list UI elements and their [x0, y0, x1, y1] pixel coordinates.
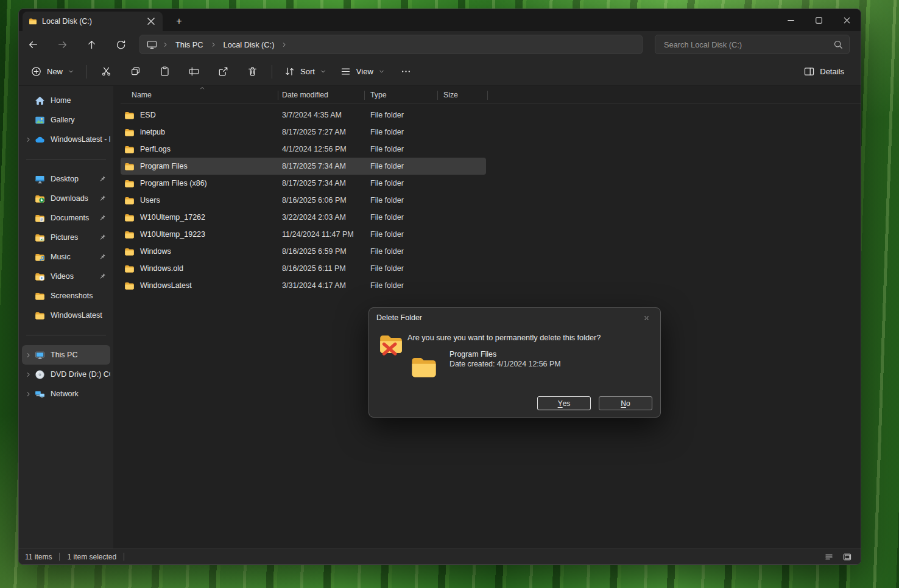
cut-button[interactable] [94, 61, 118, 82]
chevron-spacer [24, 233, 33, 242]
toolbar: New Sort View [19, 58, 861, 86]
sidebar-item-videos[interactable]: Videos [22, 267, 110, 286]
sidebar-item-dvd-drive-d-ccc[interactable]: DVD Drive (D:) CCC [22, 365, 110, 384]
network-icon [35, 389, 45, 399]
file-row-w10ultemp-17262[interactable]: W10Ultemp_172623/22/2024 2:03 AMFile fol… [121, 209, 486, 226]
file-name-cell: Windows.old [124, 260, 183, 277]
maximize-button[interactable] [805, 9, 833, 31]
sidebar-item-documents[interactable]: Documents [22, 208, 110, 228]
titlebar: Local Disk (C:) + [19, 9, 861, 31]
sidebar-item-music[interactable]: Music [22, 247, 110, 267]
file-name: PerfLogs [140, 145, 171, 153]
sidebar-item-network[interactable]: Network [22, 384, 110, 404]
sidebar-item-downloads[interactable]: Downloads [22, 189, 110, 208]
dialog-title: Delete Folder [369, 308, 660, 327]
pictures-icon [35, 233, 45, 243]
window-controls [777, 9, 861, 31]
column-header-date-modified[interactable]: Date modified [282, 91, 328, 99]
refresh-icon [115, 39, 127, 51]
sidebar-item-home[interactable]: Home [22, 91, 110, 110]
column-separator[interactable] [437, 91, 438, 100]
column-separator[interactable] [487, 91, 488, 100]
toolbar-divider [272, 65, 272, 79]
file-date-modified: 4/1/2024 12:56 PM [282, 141, 347, 158]
column-separator[interactable] [364, 91, 365, 100]
breadcrumb-this-pc[interactable]: This PC [173, 39, 206, 51]
status-separator [59, 553, 60, 561]
close-button[interactable] [833, 9, 861, 31]
tab-close-icon[interactable] [144, 15, 158, 28]
file-type: File folder [370, 107, 404, 124]
minimize-button[interactable] [777, 9, 805, 31]
file-type: File folder [370, 243, 404, 260]
file-row-perflogs[interactable]: PerfLogs4/1/2024 12:56 PMFile folder [121, 141, 486, 158]
search-box[interactable] [655, 35, 850, 54]
new-tab-button[interactable]: + [172, 15, 186, 28]
new-button[interactable]: New [24, 61, 81, 82]
dialog-no-button[interactable]: No [599, 396, 652, 410]
file-type: File folder [370, 158, 404, 175]
chevron-right-icon [162, 41, 169, 48]
sidebar-item-this-pc[interactable]: This PC [22, 345, 110, 365]
dialog-close-button[interactable] [636, 310, 657, 325]
thumbnail-view-toggle[interactable] [840, 551, 855, 563]
file-name-cell: W10Ultemp_19223 [124, 226, 205, 243]
file-row-program-files-x86[interactable]: Program Files (x86)8/17/2025 7:34 AMFile… [121, 175, 486, 192]
column-header-name[interactable]: Name [132, 91, 152, 99]
dialog-yes-button[interactable]: Yes [537, 396, 591, 410]
chevron-right-icon[interactable] [24, 390, 33, 399]
refresh-button[interactable] [110, 35, 131, 54]
details-pane-button[interactable]: Details [797, 61, 851, 82]
details-view-toggle[interactable] [822, 551, 836, 563]
close-icon [841, 15, 853, 26]
file-type: File folder [370, 175, 404, 192]
sort-button-label: Sort [300, 67, 315, 76]
sidebar-item-screenshots[interactable]: Screenshots [22, 286, 110, 306]
file-row-users[interactable]: Users8/16/2025 6:06 PMFile folder [121, 192, 486, 209]
paste-button[interactable] [153, 61, 176, 82]
explorer-tab[interactable]: Local Disk (C:) [23, 12, 163, 31]
file-row-w10ultemp-19223[interactable]: W10Ultemp_1922311/24/2024 11:47 PMFile f… [121, 226, 486, 243]
navigation-sidebar: HomeGalleryWindowsLatest - PeDesktopDown… [19, 86, 113, 548]
status-separator [124, 553, 124, 561]
sidebar-item-windowslatest-pe[interactable]: WindowsLatest - Pe [22, 130, 110, 149]
column-header-size[interactable]: Size [443, 91, 458, 99]
chevron-right-icon[interactable] [24, 351, 33, 360]
file-date-modified: 8/16/2025 6:59 PM [282, 243, 347, 260]
file-row-windowslatest[interactable]: WindowsLatest3/31/2024 4:17 AMFile folde… [121, 277, 486, 294]
sidebar-item-gallery[interactable]: Gallery [22, 110, 110, 130]
sidebar-item-windowslatest[interactable]: WindowsLatest [22, 306, 110, 325]
copy-button[interactable] [124, 61, 147, 82]
file-row-program-files[interactable]: Program Files8/17/2025 7:34 AMFile folde… [121, 158, 486, 175]
chevron-right-icon[interactable] [24, 135, 33, 144]
rename-button[interactable] [182, 61, 205, 82]
breadcrumb-local-disk[interactable]: Local Disk (C:) [221, 39, 277, 51]
column-header-type[interactable]: Type [370, 91, 387, 99]
chevron-right-icon [210, 41, 217, 48]
sidebar-item-pictures[interactable]: Pictures [22, 228, 110, 247]
file-row-windows[interactable]: Windows8/16/2025 6:59 PMFile folder [121, 243, 486, 260]
more-options-button[interactable] [395, 61, 418, 82]
sort-button[interactable]: Sort [277, 61, 333, 82]
share-icon [217, 66, 229, 77]
up-button[interactable] [81, 35, 102, 54]
file-type: File folder [370, 209, 404, 226]
file-row-inetpub[interactable]: inetpub8/17/2025 7:27 AMFile folder [121, 124, 486, 141]
forward-button[interactable] [52, 35, 72, 54]
search-input[interactable] [663, 40, 833, 50]
file-row-esd[interactable]: ESD3/7/2024 4:35 AMFile folder [121, 107, 486, 124]
view-list-icon [340, 66, 351, 77]
sidebar-item-desktop[interactable]: Desktop [22, 169, 110, 189]
delete-button[interactable] [241, 61, 264, 82]
chevron-right-icon[interactable] [24, 370, 33, 379]
downloads-icon [35, 194, 45, 204]
view-toggles [822, 551, 855, 563]
file-row-windows-old[interactable]: Windows.old8/16/2025 6:11 PMFile folder [121, 260, 486, 277]
back-button[interactable] [23, 35, 43, 54]
breadcrumb[interactable]: This PC Local Disk (C:) [139, 35, 643, 54]
view-button[interactable]: View [333, 61, 392, 82]
share-button[interactable] [211, 61, 234, 82]
chevron-spacer [24, 194, 33, 203]
column-separator[interactable] [278, 91, 278, 100]
status-bar: 11 items 1 item selected [19, 548, 861, 564]
